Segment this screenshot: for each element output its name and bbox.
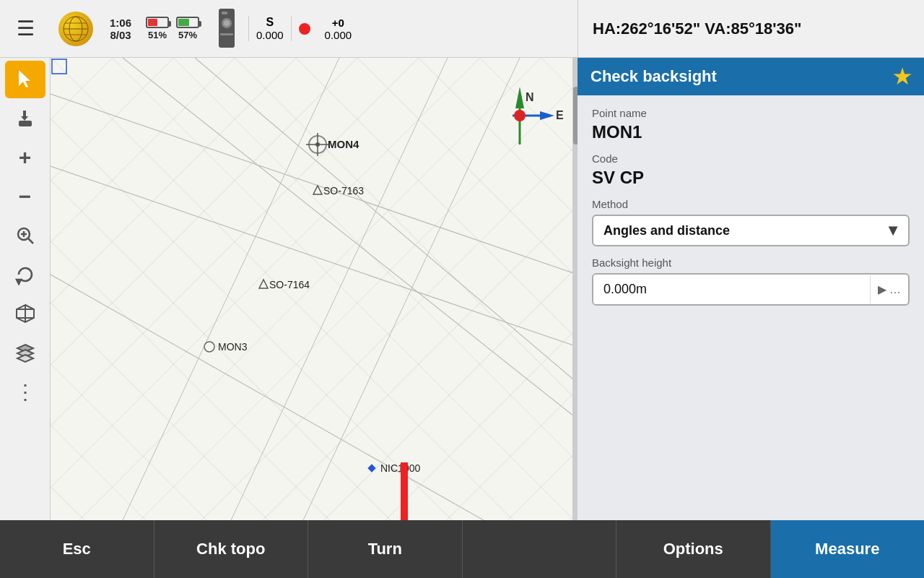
blank-button (463, 520, 617, 578)
svg-rect-11 (19, 121, 32, 126)
svg-line-13 (28, 238, 33, 243)
globe-icon (58, 12, 93, 46)
svg-rect-9 (220, 33, 233, 35)
rotate-tool-button[interactable] (5, 256, 45, 293)
device-icon (205, 4, 248, 54)
svg-text:SO-7164: SO-7164 (269, 279, 310, 290)
svg-text:E: E (556, 109, 564, 121)
map-view[interactable]: N E MON4 SO-7163 SO-7164 MON3 (51, 58, 578, 520)
measure-button[interactable]: Measure (771, 520, 925, 578)
time-display: 1:06 8/03 (101, 17, 140, 41)
esc-button[interactable]: Esc (0, 520, 154, 578)
method-dropdown[interactable]: Angles and distance (592, 215, 910, 246)
top-bar: ☰ 1:06 8/03 51% (0, 0, 578, 58)
backsight-height-suffix-button[interactable]: ▶ … (870, 275, 908, 303)
zoom-fit-button[interactable] (5, 217, 45, 254)
svg-marker-16 (17, 280, 21, 284)
svg-point-8 (224, 20, 230, 26)
record-dot (299, 23, 310, 35)
hava-bar: HA:262°16'52" VA:85°18'36" (578, 0, 924, 58)
svg-marker-10 (19, 70, 30, 87)
svg-point-43 (514, 110, 526, 121)
svg-text:MON3: MON3 (218, 341, 248, 353)
chk-topo-button[interactable]: Chk topo (154, 520, 309, 578)
favorite-star-button[interactable]: ★ (893, 65, 911, 89)
right-panel: Check backsight ★ Point name MON1 Code S… (578, 58, 924, 520)
battery2: 57% (176, 17, 199, 40)
zoom-out-button[interactable]: − (5, 178, 45, 215)
code-label: Code (592, 152, 910, 165)
backsight-height-input[interactable] (593, 275, 870, 304)
battery-group: 51% 57% (140, 17, 205, 40)
zoom-in-button[interactable]: + (5, 139, 45, 176)
3d-view-button[interactable] (5, 295, 45, 332)
offset-readout: +0 0.000 (318, 17, 359, 41)
svg-text:MON4: MON4 (328, 138, 359, 150)
hava-text: HA:262°16'52" VA:85°18'36" (593, 20, 801, 38)
options-button[interactable]: Options (616, 520, 771, 578)
method-dropdown-wrap: Angles and distance ▼ (592, 215, 910, 246)
svg-text:NIC1000: NIC1000 (380, 462, 420, 474)
svg-marker-23 (17, 355, 33, 362)
s-readout: S 0.000 (248, 16, 292, 41)
battery1: 51% (146, 17, 169, 40)
svg-text:SO-7163: SO-7163 (323, 185, 364, 197)
left-toolbar: + − ⋮ (0, 58, 51, 520)
more-tools-button[interactable]: ⋮ (5, 373, 45, 410)
record-indicator (292, 23, 318, 35)
panel-header: Check backsight ★ (578, 58, 924, 95)
code-value: SV CP (592, 168, 910, 188)
bottom-bar: Esc Chk topo Turn Options Measure (0, 520, 924, 578)
backsight-height-label: Backsight height (592, 256, 910, 269)
panel-title: Check backsight (590, 67, 717, 86)
svg-text:N: N (526, 91, 534, 103)
point-name-label: Point name (592, 107, 910, 119)
point-name-value: MON1 (592, 122, 910, 142)
turn-button[interactable]: Turn (308, 520, 463, 578)
globe-button[interactable] (51, 0, 101, 58)
backsight-height-input-wrap: ▶ … (592, 273, 910, 306)
method-label: Method (592, 198, 910, 210)
pan-tool-button[interactable] (5, 100, 45, 137)
svg-rect-28 (51, 58, 578, 520)
select-tool-button[interactable] (5, 61, 45, 98)
panel-body: Point name MON1 Code SV CP Method Angles… (578, 95, 924, 317)
layers-button[interactable] (5, 334, 45, 371)
svg-rect-6 (222, 12, 227, 14)
hamburger-button[interactable]: ☰ (0, 0, 51, 58)
